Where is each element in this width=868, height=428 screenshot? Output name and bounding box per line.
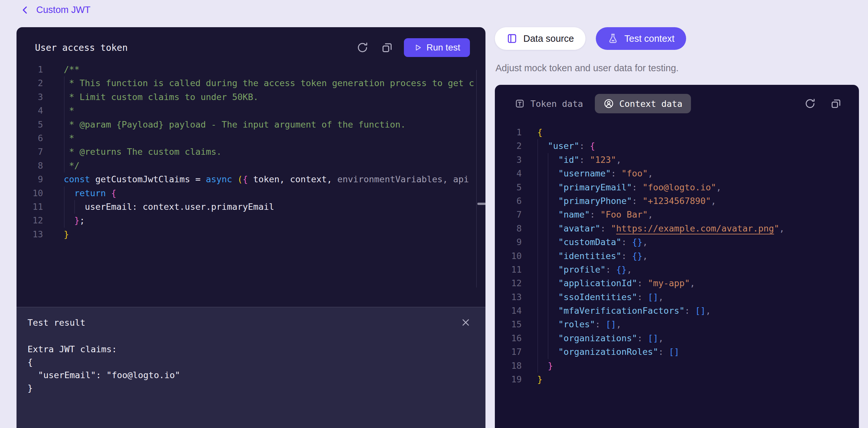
breadcrumb: Custom JWT <box>20 4 91 15</box>
line-number: 17 <box>495 345 522 359</box>
line-number: 8 <box>17 159 43 173</box>
play-icon <box>413 43 422 52</box>
line-number: 9 <box>17 173 43 186</box>
line-number: 16 <box>495 332 522 345</box>
user-circle-icon <box>603 98 614 109</box>
test-result-title: Test result <box>28 317 86 328</box>
line-number: 3 <box>495 153 522 167</box>
run-test-button[interactable]: Run test <box>404 38 470 57</box>
line-number: 5 <box>17 118 43 131</box>
line-number: 4 <box>17 104 43 118</box>
code-line: 8 "avatar": "https://example.com/avatar.… <box>495 222 859 235</box>
close-icon[interactable] <box>460 317 471 328</box>
line-number: 2 <box>495 139 522 153</box>
token-icon <box>514 98 525 109</box>
code-line: 3 * Limit custom claims to under 50KB. <box>17 90 476 104</box>
indent-guide <box>64 77 64 173</box>
line-number: 6 <box>495 194 522 208</box>
code-line: 1/** <box>17 63 476 77</box>
jwt-editor-card: User access token Run test 1/**2 * <box>17 27 486 428</box>
line-number: 12 <box>495 276 522 290</box>
line-number: 11 <box>495 263 522 276</box>
flask-icon <box>608 33 618 44</box>
code-line: 7 * @returns The custom claims. <box>17 145 476 159</box>
book-icon <box>506 33 518 44</box>
line-number: 10 <box>17 186 43 200</box>
line-number: 5 <box>495 181 522 194</box>
line-number: 3 <box>17 90 43 104</box>
indent-guide <box>64 186 64 227</box>
copy-icon[interactable] <box>830 97 842 110</box>
code-line: 9 "customData": {}, <box>495 235 859 249</box>
code-line: 9const getCustomJwtClaims = async ({ tok… <box>17 173 476 186</box>
line-number: 2 <box>17 77 43 90</box>
tab-token-data[interactable]: Token data <box>514 98 583 109</box>
back-chevron-icon[interactable] <box>20 5 30 15</box>
editor-section: User access token Run test 1/**2 * <box>17 27 486 307</box>
code-line: 12 }; <box>17 214 476 227</box>
context-json-editor[interactable]: 1{2 "user": {3 "id": "123",4 "username":… <box>495 126 859 386</box>
code-line: 2 "user": { <box>495 139 859 153</box>
test-context-button[interactable]: Test context <box>596 27 686 50</box>
line-number: 9 <box>495 235 522 249</box>
code-line: 6 * <box>17 131 476 145</box>
data-source-button[interactable]: Data source <box>495 27 586 50</box>
line-number: 12 <box>17 214 43 227</box>
reset-icon[interactable] <box>356 41 369 54</box>
line-number: 13 <box>17 227 43 241</box>
line-number: 10 <box>495 249 522 263</box>
line-number: 18 <box>495 359 522 373</box>
code-line: 4 * <box>17 104 476 118</box>
indent-guide <box>548 153 548 359</box>
code-line: 12 "applicationId": "my-app", <box>495 276 859 290</box>
code-line: 5 * @param {Payload} payload - The input… <box>17 118 476 131</box>
code-line: 5 "primaryEmail": "foo@logto.io", <box>495 181 859 194</box>
line-number: 4 <box>495 167 522 180</box>
editor-title: User access token <box>35 42 128 53</box>
breadcrumb-link[interactable]: Custom JWT <box>36 4 91 15</box>
code-line: 13 "ssoIdentities": [], <box>495 291 859 304</box>
code-line: 7 "name": "Foo Bar", <box>495 208 859 221</box>
line-number: 11 <box>17 200 43 214</box>
code-line: 13} <box>17 227 476 241</box>
tab-token-data-label: Token data <box>530 99 583 109</box>
line-number: 6 <box>17 131 43 145</box>
test-context-card: Token data Context data 1{2 "user": {3 "… <box>495 85 859 428</box>
code-line: 6 "primaryPhone": "+1234567890", <box>495 194 859 208</box>
run-test-label: Run test <box>427 42 460 53</box>
context-toggle-group: Data source Test context <box>495 27 686 50</box>
tab-context-data-label: Context data <box>619 99 683 109</box>
code-line: 8 */ <box>17 159 476 173</box>
code-line: 10 return { <box>17 186 476 200</box>
copy-icon[interactable] <box>381 41 394 54</box>
code-line: 4 "username": "foo", <box>495 167 859 180</box>
code-line: 1{ <box>495 126 859 139</box>
jwt-code-editor[interactable]: 1/**2 * This function is called during t… <box>17 63 476 241</box>
line-number: 7 <box>495 208 522 221</box>
line-number: 1 <box>17 63 43 77</box>
editor-scrollbar-thumb[interactable] <box>477 203 486 205</box>
data-source-label: Data source <box>523 33 574 44</box>
code-line: 17 "organizationRoles": [] <box>495 345 859 359</box>
code-line: 11 "profile": {}, <box>495 263 859 276</box>
indent-guide <box>537 139 538 373</box>
code-line: 11 userEmail: context.user.primaryEmail <box>17 200 476 214</box>
code-line: 14 "mfaVerificationFactors": [], <box>495 304 859 317</box>
context-caption: Adjust mock token and user data for test… <box>495 63 679 73</box>
context-tabs: Token data Context data <box>495 85 859 113</box>
line-number: 7 <box>17 145 43 159</box>
code-line: 16 "organizations": [], <box>495 332 859 345</box>
test-result-panel: Test result Extra JWT claims: { "userEma… <box>17 307 486 428</box>
line-number: 13 <box>495 291 522 304</box>
code-line: 2 * This function is called during the a… <box>17 77 476 90</box>
line-number: 8 <box>495 222 522 235</box>
reset-icon[interactable] <box>804 97 816 110</box>
code-line: 19} <box>495 373 859 386</box>
code-line: 10 "identities": {}, <box>495 249 859 263</box>
line-number: 15 <box>495 317 522 331</box>
editor-header: User access token Run test <box>17 27 486 63</box>
tab-context-data[interactable]: Context data <box>595 94 691 113</box>
indent-guide <box>74 200 75 214</box>
line-number: 19 <box>495 373 522 386</box>
code-line: 18 } <box>495 359 859 373</box>
